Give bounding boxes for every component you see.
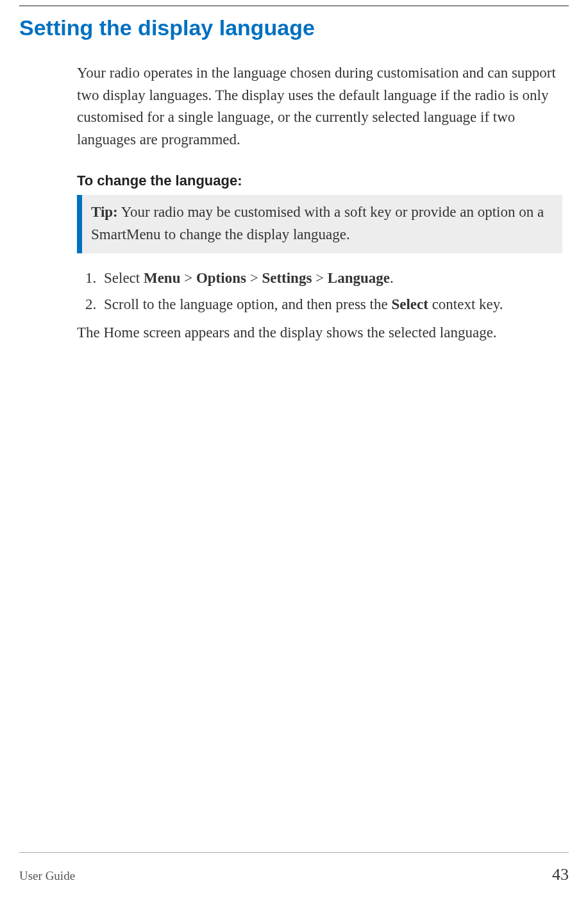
tip-callout: Tip: Your radio may be customised with a… [77,195,562,253]
result-paragraph: The Home screen appears and the display … [77,322,562,344]
step-2-prefix: Scroll to the language option, and then … [104,296,391,312]
sep-2: > [246,270,262,286]
tip-body: Your radio may be customised with a soft… [91,204,544,242]
step-1-suffix: . [390,270,394,286]
step-2: Scroll to the language option, and then … [100,294,562,316]
step-1: Select Menu > Options > Settings > Langu… [100,267,562,290]
nav-settings: Settings [262,270,312,286]
page-footer: User Guide 43 [19,852,569,887]
procedure-heading: To change the language: [77,170,562,191]
step-2-suffix: context key. [428,296,503,312]
steps-list: Select Menu > Options > Settings > Langu… [77,267,562,316]
intro-paragraph: Your radio operates in the language chos… [77,62,562,151]
select-key: Select [391,296,428,312]
nav-language: Language [328,270,390,286]
sep-3: > [312,270,327,286]
top-rule [19,5,569,6]
nav-menu: Menu [144,270,181,286]
nav-options: Options [196,270,246,286]
page-body: Setting the display language Your radio … [0,0,588,344]
sep-1: > [180,270,196,286]
footer-doc-title: User Guide [19,867,75,886]
content-block: Your radio operates in the language chos… [19,62,569,344]
footer-page-number: 43 [552,862,569,887]
page-title: Setting the display language [19,12,569,44]
step-1-prefix: Select [104,270,144,286]
tip-label: Tip: [91,204,118,220]
